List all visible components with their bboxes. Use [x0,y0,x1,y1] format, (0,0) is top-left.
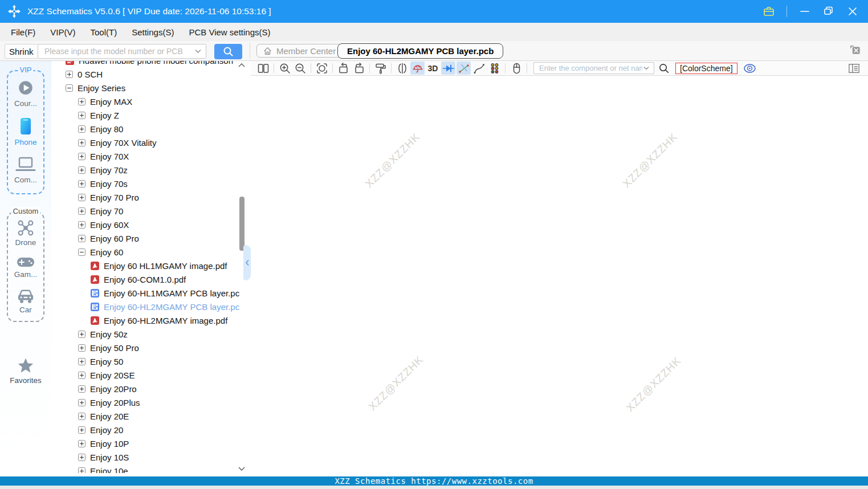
pdf-icon[interactable] [91,275,99,284]
fit-view-icon[interactable] [315,62,329,75]
doc-red-icon[interactable] [66,61,74,65]
zoom-out-icon[interactable] [293,62,307,75]
tree-item-huawei-mobile-phone-model-comparison[interactable]: Huawei mobile phone model comparison [66,61,233,67]
component-search-icon[interactable] [658,63,670,74]
tree-scroll-down-icon[interactable] [238,466,246,471]
expand-icon[interactable] [78,399,85,406]
tree-item-0-sch[interactable]: 0 SCH [66,67,103,81]
tree-item-enjoy-10s[interactable]: Enjoy 10S [78,450,129,464]
expand-icon[interactable] [78,385,85,393]
expand-icon[interactable] [78,153,85,160]
tree-item-enjoy-50[interactable]: Enjoy 50 [78,354,123,368]
sidebar-item-drone[interactable]: Drone [15,219,36,247]
tree-item-enjoy-20pro[interactable]: Enjoy 20Pro [78,382,137,396]
tree-item-enjoy-80[interactable]: Enjoy 80 [78,122,123,136]
zoom-in-icon[interactable] [278,62,292,75]
close-tab-icon[interactable] [849,44,861,56]
component-search-box[interactable] [533,62,654,74]
tree-item-enjoy-60-com1-0-pdf[interactable]: Enjoy 60-COM1.0.pdf [91,272,186,286]
expand-icon[interactable] [78,372,85,379]
expand-icon[interactable] [78,358,85,365]
split-view-icon[interactable] [256,62,270,75]
tree-item-enjoy-max[interactable]: Enjoy MAX [78,95,132,108]
menu-file-f[interactable]: File(F) [3,27,43,37]
tree-item-enjoy-10e[interactable]: Enjoy 10e [78,464,128,473]
tree-item-enjoy-70[interactable]: Enjoy 70 [78,204,123,218]
collapse-icon[interactable] [66,84,73,92]
expand-icon[interactable] [78,98,85,105]
shrink-button[interactable]: Shrink [5,44,38,59]
restore-button[interactable] [822,5,835,18]
vip-briefcase-icon[interactable] [763,5,775,18]
mouse-settings-icon[interactable] [509,62,523,75]
chevron-down-icon[interactable] [195,49,201,54]
right-panel-toggle-icon[interactable] [848,63,860,74]
sidebar-item-phone[interactable]: Phone [14,117,36,146]
model-search-box[interactable] [38,44,206,59]
tree-item-enjoy-20plus[interactable]: Enjoy 20Plus [78,396,140,409]
tree-item-enjoy-50-pro[interactable]: Enjoy 50 Pro [78,341,139,354]
diode-mode-icon[interactable] [441,62,455,75]
measure-icon[interactable] [457,62,471,75]
tree-item-enjoy-60-hl1mgamy-pcb-layer-pcb[interactable]: Enjoy 60-HL1MGAMY PCB layer.pcb [91,286,239,300]
tree-item-enjoy-z[interactable]: Enjoy Z [78,108,119,122]
pcb-icon[interactable] [91,289,99,298]
colorscheme-button[interactable]: [ColorScheme] [675,63,737,74]
sidebar-item-car[interactable]: Car [16,288,35,314]
tree-item-enjoy-70x-vitality[interactable]: Enjoy 70X Vitality [78,136,156,149]
expand-icon[interactable] [78,467,85,474]
tree-item-enjoy-20se[interactable]: Enjoy 20SE [78,368,135,382]
tree-item-enjoy-70z[interactable]: Enjoy 70z [78,163,128,177]
color-dots-icon[interactable] [487,62,502,75]
pcb-icon[interactable] [91,303,99,311]
chevron-down-icon[interactable] [643,66,649,70]
tree-item-enjoy-70-pro[interactable]: Enjoy 70 Pro [78,190,139,204]
tree-item-enjoy-60[interactable]: Enjoy 60 [78,245,123,259]
menu-vip-v[interactable]: VIP(V) [43,27,83,37]
open-document-tab[interactable]: Enjoy 60-HL2MGAMY PCB layer.pcb [337,43,503,59]
curve-route-icon[interactable] [472,62,486,75]
mirror-flip-icon[interactable] [395,62,409,75]
tree-item-enjoy-20[interactable]: Enjoy 20 [78,423,123,437]
3d-view-button[interactable]: 3D [426,62,440,75]
expand-icon[interactable] [78,440,85,447]
search-button[interactable] [214,44,242,59]
model-search-input[interactable] [43,46,195,56]
pdf-icon[interactable] [91,316,99,325]
expand-icon[interactable] [78,207,85,215]
tree-item-enjoy-series[interactable]: Enjoy Series [66,81,125,95]
visibility-eye-icon[interactable] [743,63,756,74]
menu-settings-s[interactable]: Settings(S) [124,27,181,37]
close-button[interactable] [846,5,859,18]
expand-icon[interactable] [78,194,85,201]
member-center-button[interactable]: Member Center [256,44,342,58]
expand-icon[interactable] [78,344,85,352]
panel-collapse-handle[interactable] [243,245,251,280]
rotate-ccw-icon[interactable] [336,62,351,75]
expand-icon[interactable] [78,221,85,229]
collapse-icon[interactable] [78,248,85,256]
pcb-viewport[interactable]: XZZ@XZZHK XZZ@XZZHK XZZ@XZZHK XZZ@XZZHK [251,76,868,473]
expand-icon[interactable] [78,125,85,133]
tree-scrollbar-thumb[interactable] [239,197,244,251]
tree-item-enjoy-10p[interactable]: Enjoy 10P [78,437,129,450]
component-search-input[interactable] [538,63,643,73]
rotate-cw-icon[interactable] [352,62,366,75]
tree-scroll-up-icon[interactable] [238,63,246,68]
pdf-icon[interactable] [91,262,99,270]
tree-item-enjoy-60-hl1mgamy-image-pdf[interactable]: Enjoy 60 HL1MGAMY image.pdf [91,259,227,272]
sidebar-item-game[interactable]: Gam... [14,256,38,279]
expand-icon[interactable] [78,426,85,434]
menu-pcb-view-settings-s[interactable]: PCB View settings(S) [181,27,278,37]
tree-item-enjoy-60x[interactable]: Enjoy 60X [78,218,129,231]
minimize-button[interactable] [798,5,811,18]
sidebar-item-favorites[interactable]: Favorites [0,357,51,385]
expand-icon[interactable] [78,331,85,338]
expand-icon[interactable] [78,139,85,146]
expand-icon[interactable] [78,112,85,119]
tree-item-enjoy-70s[interactable]: Enjoy 70s [78,177,128,190]
expand-icon[interactable] [78,180,85,188]
menu-tool-t[interactable]: Tool(T) [83,27,125,37]
highlight-lamp-icon[interactable] [410,62,425,75]
sidebar-item-course[interactable]: Cour... [14,79,37,108]
